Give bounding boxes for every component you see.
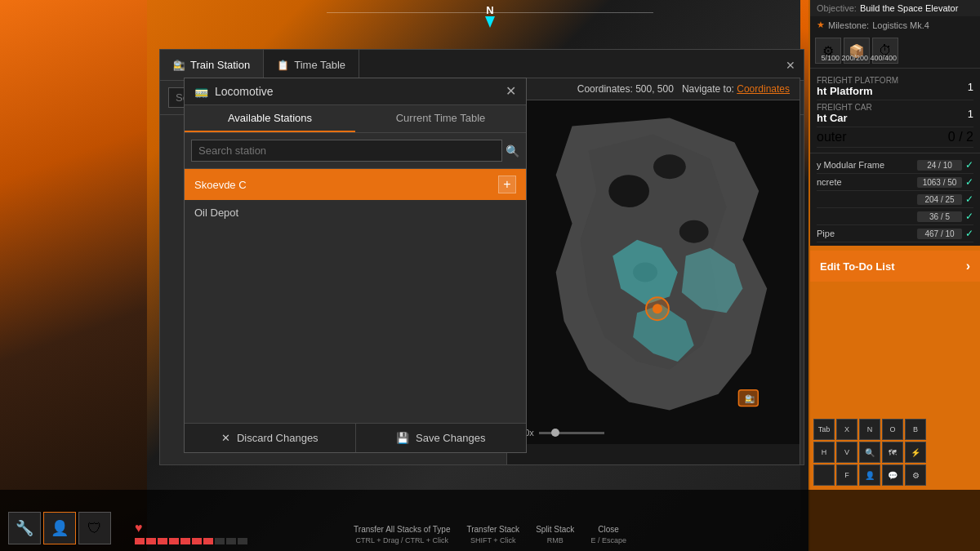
scale-slider[interactable]: [539, 432, 604, 434]
health-seg-3: [158, 538, 167, 544]
router-row: outer 0 / 2: [817, 127, 973, 148]
kb-h[interactable]: H: [813, 442, 835, 463]
milestone-bar: ★ Milestone: Logistics Mk.4: [810, 16, 980, 33]
kb-x[interactable]: X: [836, 419, 858, 440]
svg-point-2: [653, 154, 686, 179]
svg-point-1: [608, 175, 649, 207]
resource-4-check: ✓: [965, 211, 973, 222]
compass: N: [408, 0, 572, 49]
hotkey-group-transfer-all: Transfer All Stacks of Type CTRL + Drag …: [354, 525, 450, 544]
hotkey-group-split-stack: Split Stack RMB: [536, 525, 574, 544]
save-label: Save Changes: [416, 432, 485, 444]
health-seg-10: [238, 538, 247, 544]
kb-b[interactable]: B: [905, 419, 926, 440]
train-station-icon: 🚉: [173, 60, 185, 71]
resource-section: y Modular Frame 24 / 10 ✓ ncrete 1063 / …: [810, 153, 980, 246]
station-search-input[interactable]: [191, 140, 502, 162]
resource-concrete: ncrete 1063 / 50 ✓: [817, 174, 973, 191]
modal-tabs: Available Stations Current Time Table: [185, 105, 526, 133]
train-panel-tabbar: 🚉 Train Station 📋 Time Table ✕: [160, 50, 804, 81]
map-container: Coordinates: 500, 500 Navigate to: Coord…: [506, 78, 800, 465]
transfer-all-key: CTRL + Drag / CTRL + Click: [356, 536, 448, 544]
kb-chat[interactable]: 💬: [882, 464, 903, 486]
navigate-label: Navigate to:: [682, 83, 734, 95]
kb-empty1: [813, 464, 835, 486]
modular-frame-name: y Modular Frame: [817, 160, 914, 170]
pipe-check: ✓: [965, 228, 973, 239]
search-icon: 🔍: [506, 144, 519, 158]
inv-slot-3[interactable]: 🛡: [78, 512, 111, 544]
hotkey-groups: Transfer All Stacks of Type CTRL + Drag …: [354, 525, 626, 544]
kb-search[interactable]: 🔍: [859, 442, 880, 463]
resource-modular-frame: y Modular Frame 24 / 10 ✓: [817, 157, 973, 174]
health-seg-8: [215, 538, 225, 544]
compass-north-label: N: [486, 4, 493, 16]
milestone-value: Logistics Mk.4: [872, 20, 929, 30]
resource-row-4: 36 / 5 ✓: [817, 208, 973, 225]
kb-tab[interactable]: Tab: [813, 419, 835, 440]
resource-4-val: 36 / 5: [917, 211, 962, 222]
station-list: Skoevde C + Oil Depot: [185, 169, 526, 455]
tab-train-station[interactable]: 🚉 Train Station: [160, 50, 264, 80]
concrete-check: ✓: [965, 176, 973, 188]
close-key: E / Escape: [590, 536, 626, 544]
tab-time-table-label: Time Table: [294, 59, 345, 71]
station-name-oil-depot: Oil Depot: [194, 207, 238, 219]
edit-todo-label: Edit To-Do List: [820, 260, 894, 273]
station-name-skoevde: Skoevde C: [194, 179, 247, 191]
modular-frame-val: 24 / 10: [917, 160, 962, 171]
freight-car-name: ht Car: [817, 112, 872, 124]
tab-current-timetable[interactable]: Current Time Table: [355, 105, 526, 132]
train-panel-close-button[interactable]: ✕: [786, 59, 795, 72]
scale-thumb: [551, 429, 559, 437]
hotkey-group-transfer-stack: Transfer Stack SHIFT + Click: [466, 525, 519, 544]
hotkey-group-close: Close E / Escape: [590, 525, 626, 544]
health-seg-9: [226, 538, 236, 544]
health-bars: [135, 538, 247, 544]
station-item-oil-depot[interactable]: Oil Depot: [185, 200, 526, 225]
resource-pipe: Pipe 467 / 10 ✓: [817, 225, 973, 242]
tab-time-table[interactable]: 📋 Time Table: [264, 50, 359, 80]
health-seg-7: [203, 538, 213, 544]
kb-settings[interactable]: ⚙: [905, 464, 926, 486]
health-seg-4: [169, 538, 179, 544]
svg-point-3: [679, 220, 709, 243]
kb-map[interactable]: 🗺: [882, 442, 903, 463]
discard-label: Discard Changes: [237, 432, 318, 444]
kb-5[interactable]: ⚡: [905, 442, 926, 463]
station-add-button-skoevde[interactable]: +: [498, 176, 516, 193]
coords-label: Coordinates:: [577, 83, 633, 95]
map-inner[interactable]: 🚉 1.0x: [507, 100, 800, 444]
resource-icons-row: ⚙ 5/100 📦 200/200 ⏱ 400/400: [810, 33, 980, 69]
inv-slot-1[interactable]: 🔧: [8, 512, 41, 544]
save-changes-button[interactable]: 💾 Save Changes: [356, 424, 527, 452]
modal-close-button[interactable]: ✕: [506, 85, 516, 98]
platform-row-1: Freight Platform ht Platform 1: [817, 73, 973, 100]
coords-value: 500, 500: [635, 83, 674, 95]
navigate-link[interactable]: Coordinates: [737, 83, 790, 95]
kb-person[interactable]: 👤: [859, 464, 880, 486]
inv-slot-2[interactable]: 👤: [43, 512, 76, 544]
pipe-val: 467 / 10: [917, 229, 962, 239]
discard-changes-button[interactable]: ✕ Discard Changes: [185, 424, 356, 452]
kb-o[interactable]: O: [882, 419, 903, 440]
transfer-all-label: Transfer All Stacks of Type: [354, 525, 450, 535]
resource-icon-2: 📦 200/200: [844, 38, 870, 64]
freight-platform-label: Freight Platform: [817, 76, 898, 85]
modular-frame-check: ✓: [965, 159, 973, 171]
map-header: Coordinates: 500, 500 Navigate to: Coord…: [507, 78, 800, 100]
right-sidebar: Objective: Build the Space Elevator ★ Mi…: [808, 0, 980, 551]
resource-icon-3: ⏱ 400/400: [872, 38, 898, 64]
kb-f[interactable]: F: [836, 464, 858, 486]
svg-text:🚉: 🚉: [745, 393, 755, 404]
resource-row-3: 204 / 25 ✓: [817, 191, 973, 208]
router-label: outer: [817, 130, 846, 144]
milestone-label: Milestone:: [828, 20, 869, 30]
edit-todo-button[interactable]: Edit To-Do List ›: [810, 251, 980, 282]
tab-available-stations[interactable]: Available Stations: [185, 105, 355, 132]
station-item-skoevde[interactable]: Skoevde C +: [185, 169, 526, 200]
kb-n[interactable]: N: [859, 419, 880, 440]
kb-v[interactable]: V: [836, 442, 858, 463]
modal-title-text: Locomotive: [215, 85, 274, 98]
health-seg-2: [146, 538, 156, 544]
